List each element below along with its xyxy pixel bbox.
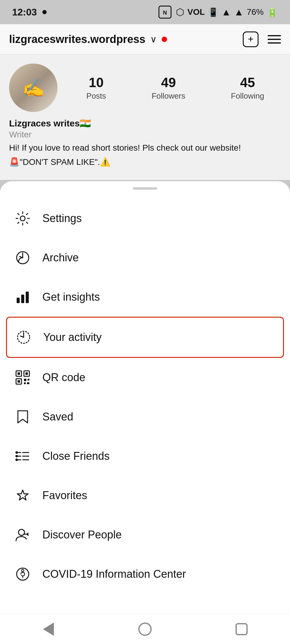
avatar[interactable]: ✍️	[9, 64, 58, 112]
svg-point-29	[17, 568, 29, 580]
menu-item-settings[interactable]: Settings	[6, 199, 284, 238]
qr-icon	[12, 367, 33, 388]
insights-icon	[12, 286, 33, 308]
covid-label: COVID-19 Information Center	[42, 568, 186, 580]
activity-icon	[13, 327, 34, 348]
menu-item-qr-code[interactable]: QR code	[6, 358, 284, 397]
menu-item-insights[interactable]: Get insights	[6, 277, 284, 317]
menu-item-close-friends[interactable]: Close Friends	[6, 436, 284, 476]
wifi-icon: ▲	[222, 7, 231, 18]
svg-text:N: N	[163, 10, 167, 16]
discover-icon	[12, 524, 33, 545]
status-dot	[42, 10, 47, 14]
profile-warning: 🚨"DON'T SPAM LIKE".⚠️	[9, 156, 281, 168]
favorites-label: Favorites	[42, 489, 87, 502]
svg-rect-11	[25, 372, 28, 375]
hamburger-line-2	[268, 39, 281, 40]
svg-rect-4	[17, 298, 20, 303]
covid-icon	[12, 564, 33, 585]
svg-rect-6	[26, 292, 29, 303]
bottom-nav	[0, 614, 290, 644]
close-friends-icon	[12, 446, 33, 467]
svg-rect-15	[28, 379, 29, 381]
menu-item-favorites[interactable]: Favorites	[6, 476, 284, 515]
profile-info: Lizgraces writes🇮🇳 Writer Hi! If you lov…	[9, 118, 281, 168]
vibrate-icon: 📳	[208, 7, 219, 17]
followers-stat[interactable]: 49 Followers	[152, 75, 185, 101]
posts-count: 10	[89, 75, 104, 90]
status-icons: N ⬡ VOL 📳 ▲ ▲ 76% 🔋	[157, 4, 278, 20]
archive-label: Archive	[42, 251, 79, 264]
bottom-sheet: Settings Archive	[0, 181, 290, 644]
bluetooth-icon: ⬡	[176, 6, 184, 18]
battery-level: 76%	[247, 7, 264, 17]
menu-item-covid[interactable]: COVID-19 Information Center	[6, 554, 284, 594]
followers-label: Followers	[152, 91, 185, 101]
hamburger-line-3	[268, 42, 281, 44]
nfc-icon: N	[157, 4, 173, 20]
profile-name: Lizgraces writes🇮🇳	[9, 118, 281, 129]
profile-section: ✍️ 10 Posts 49 Followers 45 Following Li…	[0, 54, 290, 180]
svg-point-2	[20, 216, 25, 221]
hamburger-menu-button[interactable]	[268, 35, 281, 44]
username-label: lizgraceswrites.wordpress	[9, 33, 145, 46]
favorites-icon	[12, 485, 33, 506]
svg-rect-14	[24, 379, 26, 381]
hamburger-line-1	[268, 35, 281, 36]
posts-stat[interactable]: 10 Posts	[86, 75, 106, 101]
menu-item-discover[interactable]: Discover People	[6, 515, 284, 554]
following-stat[interactable]: 45 Following	[231, 75, 264, 101]
close-friends-label: Close Friends	[42, 450, 110, 463]
menu-item-your-activity[interactable]: Your activity	[6, 317, 284, 358]
avatar-image: ✍️	[9, 64, 58, 112]
nav-actions: +	[243, 31, 281, 47]
settings-icon	[12, 208, 33, 229]
top-nav: lizgraceswrites.wordpress ∨ +	[0, 24, 290, 54]
signal-icon: ▲	[234, 7, 244, 18]
home-circle-icon	[138, 623, 152, 636]
settings-label: Settings	[42, 212, 82, 225]
status-left: 12:03	[12, 7, 47, 18]
profile-stats: 10 Posts 49 Followers 45 Following	[70, 75, 281, 101]
svg-point-24	[15, 451, 18, 454]
plus-icon: +	[248, 34, 254, 45]
svg-rect-9	[18, 372, 20, 375]
followers-count: 49	[161, 75, 176, 90]
notification-dot	[162, 37, 167, 42]
status-bar: 12:03 N ⬡ VOL 📳 ▲ ▲ 76% 🔋	[0, 0, 290, 24]
posts-label: Posts	[86, 91, 106, 101]
svg-rect-5	[21, 295, 24, 303]
recents-rect-icon	[236, 623, 248, 635]
following-count: 45	[240, 75, 255, 90]
svg-point-30	[21, 569, 24, 572]
battery-icon: 🔋	[267, 7, 278, 18]
menu-item-saved[interactable]: Saved	[6, 397, 284, 436]
svg-point-26	[15, 459, 18, 461]
profile-bio: Hi! If you love to read short stories! P…	[9, 142, 281, 154]
your-activity-label: Your activity	[43, 331, 102, 344]
following-label: Following	[231, 91, 264, 101]
saved-label: Saved	[42, 410, 73, 423]
add-post-button[interactable]: +	[243, 31, 259, 47]
status-time: 12:03	[12, 7, 37, 18]
sheet-handle	[133, 187, 157, 190]
menu-list: Settings Archive	[0, 199, 290, 594]
qr-code-label: QR code	[42, 371, 85, 384]
archive-icon	[12, 247, 33, 268]
menu-item-archive[interactable]: Archive	[6, 238, 284, 277]
nav-home-button[interactable]	[134, 620, 156, 638]
svg-point-25	[15, 455, 18, 457]
svg-rect-13	[18, 380, 20, 383]
profile-role: Writer	[9, 130, 281, 139]
svg-rect-16	[24, 382, 26, 384]
svg-rect-17	[27, 382, 29, 384]
back-arrow-icon	[43, 623, 54, 636]
nav-recents-button[interactable]	[231, 620, 252, 638]
vol-icon: VOL	[187, 7, 205, 17]
svg-point-27	[18, 529, 25, 535]
insights-label: Get insights	[42, 291, 100, 303]
chevron-down-icon: ∨	[150, 34, 157, 44]
profile-top: ✍️ 10 Posts 49 Followers 45 Following	[9, 64, 281, 112]
username-area[interactable]: lizgraceswrites.wordpress ∨	[9, 33, 167, 46]
nav-back-button[interactable]	[38, 620, 59, 638]
